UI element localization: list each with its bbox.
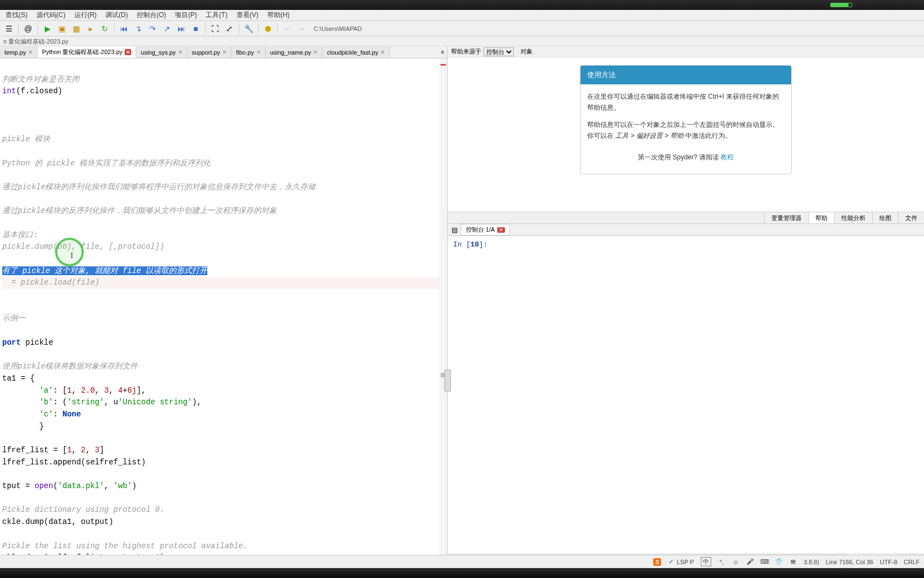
debug-step-icon[interactable]: ⏮ bbox=[117, 22, 131, 35]
run-selection-icon[interactable]: ▸ bbox=[84, 22, 97, 35]
close-icon[interactable]: ✕ bbox=[178, 49, 182, 55]
menu-help[interactable]: 帮助(H) bbox=[263, 9, 294, 21]
help-card-title: 使用方法 bbox=[581, 66, 791, 84]
menu-debug[interactable]: 调试(D) bbox=[101, 9, 132, 21]
help-body: 使用方法 在这里你可以通过在编辑器或者终端中按 Ctrl+I 来获得任何对象的帮… bbox=[448, 57, 924, 212]
lsp-status: ✓LSP P bbox=[668, 558, 694, 566]
run-cell-advance-icon[interactable]: ▦ bbox=[69, 22, 83, 35]
file-breadcrumb: n 量化编程基础-2023.py bbox=[0, 36, 924, 46]
tab-overflow-icon[interactable]: ≡ bbox=[438, 46, 447, 58]
nav-back-icon[interactable]: ← bbox=[281, 22, 294, 35]
ime-mic-icon[interactable]: 🎤 bbox=[746, 558, 754, 566]
tab-using-sys[interactable]: using_sys.py✕ bbox=[136, 46, 187, 58]
fullscreen-icon[interactable]: ⤢ bbox=[223, 22, 236, 35]
file-encoding: UTF-8 bbox=[880, 559, 897, 565]
debug-over-icon[interactable]: ↷ bbox=[146, 22, 159, 35]
maximize-icon[interactable]: ⛶ bbox=[208, 22, 222, 35]
working-dir-path: C:\Users\MIAPAD bbox=[314, 25, 362, 32]
menu-console[interactable]: 控制台(O) bbox=[132, 9, 170, 21]
run-cell-icon[interactable]: ▣ bbox=[55, 22, 68, 35]
console-tabs: ▤ 控制台 1/A ✕ bbox=[448, 224, 924, 236]
tab-files[interactable]: 文件 bbox=[898, 212, 924, 223]
close-icon[interactable]: ✕ bbox=[125, 49, 131, 55]
ipython-console[interactable]: In [10]: bbox=[448, 236, 924, 554]
editor-scrollbar[interactable] bbox=[439, 58, 447, 565]
close-icon[interactable]: ✕ bbox=[222, 49, 227, 55]
right-pane-tabs: 变量管理器 帮助 性能分析 绘图 文件 bbox=[448, 212, 924, 224]
menu-run[interactable]: 运行(R) bbox=[70, 9, 101, 21]
cursor-position: Line 7166, Col 36 bbox=[826, 559, 873, 565]
pane-splitter[interactable] bbox=[444, 370, 451, 392]
tab-support[interactable]: support.py✕ bbox=[187, 46, 232, 58]
line-ending: CRLF bbox=[904, 559, 920, 565]
console-tab[interactable]: 控制台 1/A ✕ bbox=[461, 224, 510, 236]
help-card: 使用方法 在这里你可以通过在编辑器或者终端中按 Ctrl+I 来获得任何对象的帮… bbox=[580, 65, 792, 174]
menu-view[interactable]: 查看(V) bbox=[232, 9, 263, 21]
close-icon[interactable]: ✕ bbox=[313, 49, 318, 55]
ime-lang[interactable]: 中 bbox=[701, 557, 711, 566]
main-toolbar: ☰ @ ▶ ▣ ▦ ▸ ↻ ⏮ ↴ ↷ ↗ ⏭ ■ ⛶ ⤢ 🔧 ⬢ ← → C:… bbox=[0, 21, 924, 36]
ime-toolbox-icon[interactable]: 🛠 bbox=[789, 558, 797, 566]
settings-icon[interactable]: 🔧 bbox=[242, 22, 255, 35]
tab-cloudpickle[interactable]: cloudpickle_fast.py✕ bbox=[323, 46, 390, 58]
window-titlebar bbox=[0, 0, 924, 10]
tab-main[interactable]: Python 量化编程基础-2023.py✕ bbox=[37, 46, 136, 58]
ime-emoji-icon[interactable]: ☺ bbox=[732, 558, 740, 566]
tab-help[interactable]: 帮助 bbox=[808, 212, 834, 223]
help-header: 帮助来源于 控制台 对象 bbox=[448, 46, 924, 57]
tab-fibo[interactable]: fibo.py✕ bbox=[232, 46, 265, 58]
tab-profiler[interactable]: 性能分析 bbox=[834, 212, 872, 223]
close-icon[interactable]: ✕ bbox=[497, 227, 505, 233]
help-card-body: 在这里你可以通过在编辑器或者终端中按 Ctrl+I 来获得任何对象的帮助信息。 … bbox=[581, 84, 791, 174]
debug-stop-icon[interactable]: ■ bbox=[189, 22, 202, 35]
close-icon[interactable]: ✕ bbox=[256, 49, 261, 55]
menu-tools[interactable]: 工具(T) bbox=[201, 9, 232, 21]
ime-keyboard-icon[interactable]: ⌨ bbox=[761, 558, 769, 566]
windows-taskbar[interactable] bbox=[0, 568, 924, 578]
menu-icon[interactable]: ☰ bbox=[2, 22, 15, 35]
debug-out-icon[interactable]: ↗ bbox=[160, 22, 174, 35]
editor-tabs: temp.py✕ Python 量化编程基础-2023.py✕ using_sy… bbox=[0, 46, 447, 58]
debug-continue-icon[interactable]: ⏭ bbox=[175, 22, 188, 35]
menu-project[interactable]: 项目(P) bbox=[170, 9, 201, 21]
tab-temp[interactable]: temp.py✕ bbox=[0, 46, 37, 58]
menubar: 查找(S) 源代码(C) 运行(R) 调试(D) 控制台(O) 项目(P) 工具… bbox=[0, 10, 924, 21]
editor-pane: temp.py✕ Python 量化编程基础-2023.py✕ using_sy… bbox=[0, 46, 448, 565]
console-menu-icon[interactable]: ▤ bbox=[450, 226, 459, 234]
close-icon[interactable]: ✕ bbox=[28, 49, 33, 55]
help-object-label: 对象 bbox=[520, 47, 533, 56]
menu-source[interactable]: 源代码(C) bbox=[32, 9, 70, 21]
python-version: 3.8.8) bbox=[804, 559, 819, 565]
help-source-select[interactable]: 控制台 bbox=[484, 47, 514, 56]
help-source-label: 帮助来源于 bbox=[451, 47, 481, 56]
right-pane: 帮助来源于 控制台 对象 使用方法 在这里你可以通过在编辑器或者终端中按 Ctr… bbox=[448, 46, 924, 565]
statusbar: S ✓LSP P 中 °, ☺ 🎤 ⌨ 👕 🛠 3.8.8) Line 7166… bbox=[0, 555, 924, 568]
tutorial-link[interactable]: 教程 bbox=[721, 153, 734, 161]
nav-fwd-icon[interactable]: → bbox=[295, 22, 308, 35]
python-path-icon[interactable]: ⬢ bbox=[261, 22, 275, 35]
at-icon[interactable]: @ bbox=[22, 22, 35, 35]
debug-into-icon[interactable]: ↴ bbox=[132, 22, 145, 35]
tab-using-name[interactable]: using_name.py✕ bbox=[266, 46, 323, 58]
sogou-ime-icon[interactable]: S bbox=[653, 558, 660, 566]
menu-find[interactable]: 查找(S) bbox=[1, 9, 32, 21]
tab-plots[interactable]: 绘图 bbox=[872, 212, 898, 223]
code-editor[interactable]: 判断文件对象是否关闭 int(f.closed) pickle 模块 Pytho… bbox=[0, 58, 447, 565]
ime-punct-icon[interactable]: °, bbox=[718, 558, 726, 566]
run-icon[interactable]: ▶ bbox=[41, 22, 54, 35]
battery-icon bbox=[830, 3, 852, 7]
close-icon[interactable]: ✕ bbox=[380, 49, 385, 55]
tab-var-explorer[interactable]: 变量管理器 bbox=[764, 212, 808, 223]
rerun-icon[interactable]: ↻ bbox=[98, 22, 111, 35]
ime-skin-icon[interactable]: 👕 bbox=[775, 558, 783, 566]
